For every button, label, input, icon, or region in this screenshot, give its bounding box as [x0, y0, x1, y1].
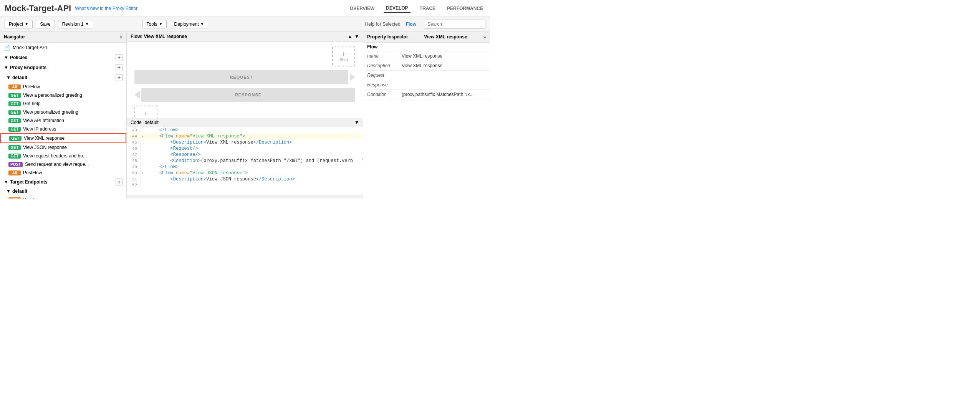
policies-add-button[interactable]: +	[116, 54, 122, 61]
project-button[interactable]: Project ▼	[5, 20, 33, 28]
code-line-52: 52	[127, 182, 363, 188]
project-dropdown-icon: ▼	[25, 22, 28, 26]
proxy-endpoints-add-button[interactable]: +	[116, 64, 122, 71]
nav-flow-label-5: View XML response	[24, 136, 65, 141]
code-line-51: 51 <Description>View JSON response</Desc…	[127, 176, 363, 182]
flow-link[interactable]: Flow	[406, 22, 416, 27]
property-inspector-header: Property Inspector View XML response »	[363, 31, 490, 43]
target-endpoints-label: Target Endpoints	[10, 179, 48, 185]
revision-button[interactable]: Revision 1 ▼	[58, 20, 93, 28]
nav-flow-label-8: Send request and view reque...	[25, 162, 89, 167]
code-collapse-icon[interactable]: ▼	[354, 120, 359, 125]
badge-post-0: POST	[8, 162, 23, 167]
add-step-bottom-label: Step	[142, 117, 150, 118]
badge-get-3: GET	[8, 118, 21, 123]
prop-inspector-expand-btn[interactable]: »	[483, 34, 486, 40]
badge-get-5: GET	[9, 136, 22, 141]
tab-trace[interactable]: TRACE	[417, 4, 438, 13]
nav-flow-label-target-preflow: PreFlow	[23, 197, 40, 198]
nav-flow-ip-address[interactable]: GET View IP address	[0, 125, 126, 133]
flow-collapse-btn[interactable]: ▼	[354, 34, 359, 39]
policies-collapse-icon: ▼	[4, 55, 8, 60]
response-arrow-icon	[134, 91, 140, 99]
deployment-dropdown-icon: ▼	[200, 22, 204, 26]
nav-section-target-endpoints[interactable]: ▼ Target Endpoints +	[0, 177, 126, 187]
nav-flow-postflow-proxy[interactable]: All PostFlow	[0, 169, 126, 177]
response-label: RESPONSE	[235, 93, 262, 97]
code-body[interactable]: 43 </Flow> 44 ▾ <Flow name="View XML res…	[127, 127, 363, 195]
property-inspector-panel: Property Inspector View XML response » F…	[363, 31, 490, 198]
default-proxy-label: default	[12, 75, 27, 80]
code-default-label: default	[145, 120, 159, 125]
default-proxy-add-button[interactable]: +	[116, 74, 122, 81]
add-step-bottom-plus-icon: +	[144, 111, 148, 117]
nav-flow-api-affirmation[interactable]: GET View API affirmation	[0, 116, 126, 125]
badge-all-target-preflow: All	[8, 197, 21, 199]
nav-flow-label-1: Get help	[23, 101, 40, 106]
badge-get-7: GET	[8, 154, 21, 159]
code-line-50: 50 ▾ <Flow name="View JSON response">	[127, 170, 363, 176]
prop-row-request: Request	[363, 71, 490, 80]
nav-section-proxy-endpoints[interactable]: ▼ Proxy Endpoints +	[0, 63, 126, 73]
code-panel: Code default ▼ 43 </Flow> 44 ▾ <Flow nam…	[127, 118, 363, 198]
flow-header: Flow: View XML response ▲ ▼	[127, 31, 363, 42]
tab-performance[interactable]: PERFORMANCE	[445, 4, 485, 13]
navigator-title: Navigator	[4, 34, 25, 40]
prop-val-condition[interactable]: (proxy.pathsuffix MatchesPath "/x...	[398, 90, 490, 99]
nav-flow-xml-response[interactable]: GET View XML response	[0, 133, 126, 143]
main-layout: Navigator « 📄 Mock-Target-API ▼ Policies…	[0, 31, 490, 198]
nav-flow-label-2: View personalized greeting	[23, 109, 78, 115]
request-arrow-icon	[350, 73, 355, 81]
nav-subsection-default-proxy[interactable]: ▼ default +	[0, 73, 126, 83]
nav-flow-preflow[interactable]: All PreFlow	[0, 83, 126, 91]
save-button[interactable]: Save	[36, 20, 55, 28]
prop-val-request[interactable]	[398, 71, 490, 80]
code-line-45: 45 <Description>View XML response</Descr…	[127, 139, 363, 146]
nav-flow-target-preflow[interactable]: All PreFlow	[0, 195, 126, 198]
nav-section-policies[interactable]: ▼ Policies +	[0, 53, 126, 63]
nav-flow-label-4: View IP address	[23, 126, 56, 132]
code-line-44: 44 ▾ <Flow name="View XML response">	[127, 133, 363, 139]
search-input[interactable]	[424, 20, 485, 29]
badge-get-6: GET	[8, 145, 21, 150]
flow-up-icon[interactable]: ▲	[348, 34, 352, 39]
badge-get-1: GET	[8, 101, 21, 106]
prop-section-flow: Flow	[363, 43, 490, 51]
nav-flow-request-headers[interactable]: GET View request headers and bo...	[0, 152, 126, 160]
response-flow-row: RESPONSE	[134, 88, 355, 102]
top-header: Mock-Target-API What's new in the Proxy …	[0, 0, 490, 17]
badge-get-4: GET	[8, 127, 21, 132]
add-step-plus-icon: +	[342, 51, 346, 58]
nav-flow-personalized-greeting-a[interactable]: GET View a personalized greeting	[0, 91, 126, 99]
badge-all-postflow: All	[8, 170, 21, 175]
tools-button[interactable]: Tools ▼	[142, 20, 167, 28]
prop-inspector-subtitle: View XML response	[424, 34, 467, 40]
add-step-top-button[interactable]: + Step	[332, 46, 355, 66]
prop-row-condition: Condition (proxy.pathsuffix MatchesPath …	[363, 90, 490, 99]
target-endpoints-add-button[interactable]: +	[116, 179, 122, 185]
deployment-button[interactable]: Deployment ▼	[170, 20, 208, 28]
nav-flow-json-response[interactable]: GET View JSON response	[0, 143, 126, 152]
add-step-bottom-button[interactable]: + Step	[134, 106, 157, 118]
nav-flow-send-request[interactable]: POST Send request and view reque...	[0, 160, 126, 169]
prop-key-response: Response	[363, 80, 398, 90]
default-target-label: default	[12, 189, 27, 194]
prop-val-description[interactable]: View XML response	[398, 61, 490, 71]
prop-inspector-title: Property Inspector	[367, 34, 408, 40]
tab-develop[interactable]: DEVELOP	[384, 4, 410, 13]
nav-flow-get-help[interactable]: GET Get help	[0, 99, 126, 108]
navigator-collapse-button[interactable]: «	[119, 34, 122, 40]
nav-flow-personalized-greeting[interactable]: GET View personalized greeting	[0, 108, 126, 116]
badge-get-0: GET	[8, 93, 21, 98]
prop-val-name[interactable]: View XML response	[398, 51, 490, 61]
prop-val-response[interactable]	[398, 80, 490, 90]
code-scrollbar[interactable]	[127, 195, 363, 198]
whats-new-link[interactable]: What's new in the Proxy Editor	[75, 6, 137, 11]
proxy-endpoints-collapse-icon: ▼	[4, 65, 8, 70]
nav-root-item[interactable]: 📄 Mock-Target-API	[0, 43, 126, 53]
request-bar: REQUEST	[134, 70, 348, 84]
response-bar: RESPONSE	[141, 88, 355, 102]
nav-subsection-default-target[interactable]: ▼ default	[0, 187, 126, 195]
request-flow-row: REQUEST	[134, 70, 355, 84]
tab-overview[interactable]: OVERVIEW	[348, 4, 377, 13]
